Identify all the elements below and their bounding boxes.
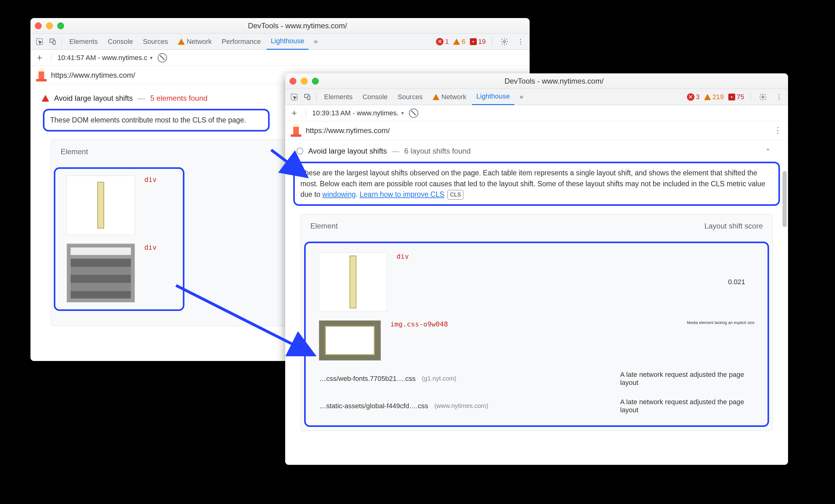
error-icon: ✕ [436,38,444,45]
traffic-lights [35,22,64,29]
session-dropdown[interactable]: 10:41:57 AM - www.nytimes.c▼ [58,54,153,62]
lighthouse-session-bar: + 10:41:57 AM - www.nytimes.c▼ [30,50,530,66]
tab-sources[interactable]: Sources [138,34,172,50]
maximize-button[interactable] [57,22,64,29]
device-toggle-icon[interactable] [301,91,313,103]
tab-lighthouse[interactable]: Lighthouse [472,89,514,105]
tab-network[interactable]: Network [174,34,216,50]
session-dropdown[interactable]: 10:39:13 AM - www.nytimes.▼ [312,109,405,117]
lighthouse-icon [36,69,47,82]
learn-cls-link[interactable]: Learn how to improve CLS [360,190,444,198]
table-row[interactable]: img.css-o9w048 Media element lacking an … [310,316,763,365]
col-score: Layout shift score [705,222,763,230]
tab-label: Network [187,38,212,46]
divider [492,37,492,46]
tab-sources[interactable]: Sources [393,89,427,105]
table-row[interactable]: div [58,239,180,307]
report-url: https://www.nytimes.com/ [306,126,390,135]
tab-lighthouse[interactable]: Lighthouse [266,34,309,50]
table-row[interactable]: div [58,171,180,239]
element-screenshot [66,176,135,235]
new-report-button[interactable]: + [289,108,300,119]
divider [316,93,317,101]
errors-count[interactable]: ✕1 [436,38,449,46]
elements-highlight-box: div div [54,167,184,311]
report-body: Avoid large layout shifts — 6 layout shi… [285,140,788,465]
clear-icon[interactable] [158,53,167,63]
window-title: DevTools - www.nytimes.com/ [70,21,525,30]
element-screenshot [319,320,381,361]
tab-performance[interactable]: Performance [217,34,265,50]
tab-console[interactable]: Console [358,89,392,105]
file-name[interactable]: …static-assets/global-f449cfd….css [319,402,428,410]
devtools-window-new: DevTools - www.nytimes.com/ Elements Con… [285,74,788,465]
tab-network[interactable]: Network [428,89,471,105]
inspect-icon[interactable] [288,91,300,103]
tab-elements[interactable]: Elements [320,89,357,105]
chevron-down-icon: ▼ [401,111,405,115]
cls-badge: CLS [448,190,463,200]
scrollbar-thumb[interactable] [782,171,787,227]
issues-count[interactable]: ▪75 [728,93,744,101]
audit-summary: 5 elements found [150,94,207,103]
more-tabs-icon[interactable]: » [310,36,322,47]
tab-elements[interactable]: Elements [65,34,102,50]
element-screenshot [319,252,387,312]
minimize-button[interactable] [46,22,53,29]
gear-icon[interactable] [498,36,510,47]
more-tabs-icon[interactable]: » [516,91,527,103]
close-button[interactable] [289,78,297,85]
status-counts: ✕1 6 ▪19 ⋮ [436,36,527,47]
col-element: Element [310,222,338,230]
warnings-count[interactable]: 6 [453,38,465,46]
element-screenshot [66,244,135,302]
audit-header[interactable]: Avoid large layout shifts — 6 layout shi… [293,140,780,160]
titlebar: DevTools - www.nytimes.com/ [285,74,788,89]
svg-rect-2 [53,40,55,44]
svg-point-7 [762,96,764,98]
inspect-icon[interactable] [34,36,45,47]
titlebar: DevTools - www.nytimes.com/ [30,18,530,34]
report-url: https://www.nytimes.com/ [51,71,135,80]
audit-summary: 6 layout shifts found [404,147,470,155]
root-cause: A late network request adjusted the page… [620,371,754,387]
errors-count[interactable]: ✕3 [687,93,700,101]
devtools-tabstrip: Elements Console Sources Network Perform… [30,34,530,50]
device-toggle-icon[interactable] [47,36,59,47]
kebab-menu-icon[interactable]: ⋮ [773,91,785,103]
clear-icon[interactable] [409,108,418,118]
error-icon: ✕ [687,93,694,101]
maximize-button[interactable] [312,78,319,85]
divider [306,109,306,118]
warning-icon [433,94,440,100]
neutral-icon [297,148,303,154]
chevron-up-icon[interactable]: ⌃ [765,147,780,155]
windowing-link[interactable]: windowing [322,190,355,198]
chevron-down-icon: ▼ [149,55,154,60]
warnings-count[interactable]: 219 [704,93,724,101]
table-row[interactable]: div 0.021 [310,248,763,316]
report-menu-icon[interactable]: ⋮ [774,126,782,135]
warning-icon [178,39,185,45]
audit-description-highlight: These are the largest layout shifts obse… [293,162,780,206]
close-button[interactable] [35,22,42,29]
root-cause-row: …static-assets/global-f449cfd….css (www.… [319,392,754,420]
element-selector: div [144,244,157,251]
elements-table: Element Layout shift score div 0.021 img… [301,214,773,431]
issue-icon: ▪ [470,38,477,45]
file-name[interactable]: …css/web-fonts.7705b21….css [319,375,415,383]
tab-console[interactable]: Console [104,34,138,50]
new-report-button[interactable]: + [34,52,45,63]
warning-icon [704,94,711,100]
status-counts: ✕3 219 ▪75 ⋮ [687,91,785,103]
minimize-button[interactable] [301,78,308,85]
root-cause-row: …css/web-fonts.7705b21….css (g1.nyt.com)… [319,365,754,392]
description-text: These DOM elements contribute most to th… [50,116,246,124]
issue-icon: ▪ [728,93,735,100]
traffic-lights [289,78,319,85]
issues-count[interactable]: ▪19 [470,38,486,46]
gear-icon[interactable] [757,91,769,103]
divider [750,93,751,101]
kebab-menu-icon[interactable]: ⋮ [515,36,527,47]
element-selector: img.css-o9w048 [390,320,448,328]
